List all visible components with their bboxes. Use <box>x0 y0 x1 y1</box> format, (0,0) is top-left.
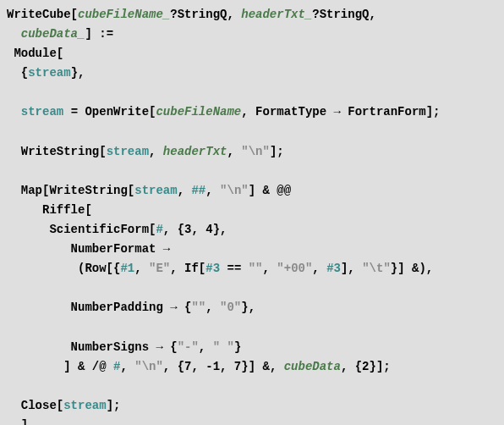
code-line-16: NumberPadding → {"", "0"}, <box>7 298 497 317</box>
string-literal: "-" <box>178 340 199 354</box>
code-line-11: Riffle[ <box>7 201 497 220</box>
token: ] & /@ <box>7 360 113 373</box>
token: }] &), <box>391 262 433 275</box>
token: ?StringQ, <box>170 8 241 21</box>
token: , {2}]; <box>341 360 391 373</box>
token: , <box>312 262 326 275</box>
token <box>7 27 21 41</box>
token: , <box>178 184 192 197</box>
code-line-9 <box>7 162 497 181</box>
token: = OpenWrite[ <box>63 105 156 119</box>
token: Map[WriteString[ <box>7 184 134 197</box>
code-line-21: Close[stream]; <box>7 396 497 416</box>
param-headerTxt: headerTxt <box>163 145 227 158</box>
string-literal: " " <box>213 340 234 354</box>
string-literal: "\n" <box>241 145 270 158</box>
code-line-18: NumberSigns → {"-", " "} <box>7 338 497 357</box>
slot: # <box>156 223 162 236</box>
code-line-22: ] <box>7 416 497 425</box>
param-headerTxt: headerTxt_ <box>241 8 312 21</box>
code-line-13: NumberFormat → <box>7 240 497 259</box>
param-cubeFileName: cubeFileName <box>156 105 241 119</box>
code-line-14: (Row[{#1, "E", If[#3 == "", "+00", #3], … <box>7 259 497 279</box>
var-stream: stream <box>63 399 106 412</box>
code-line-2: cubeData_] := <box>7 25 497 44</box>
token: }, <box>71 66 85 80</box>
var-stream: stream <box>21 105 63 119</box>
code-line-10: Map[WriteString[stream, ##, "\n"] & @@ <box>7 181 497 201</box>
token: , <box>134 262 149 275</box>
code-line-15 <box>7 279 497 298</box>
token <box>7 321 71 334</box>
var-stream: stream <box>107 145 149 158</box>
token: { <box>7 66 28 80</box>
code-line-19: ] & /@ #, "\n", {7, -1, 7}] &, cubeData,… <box>7 357 497 377</box>
token: WriteCube[ <box>7 8 78 21</box>
token: ?StringQ, <box>312 8 376 21</box>
token: WriteString[ <box>7 145 107 158</box>
token: , <box>263 262 277 275</box>
code-block: WriteCube[cubeFileName_?StringQ, headerT… <box>7 5 497 425</box>
token: == <box>220 262 249 275</box>
token: , FormatType → FortranForm]; <box>241 105 440 119</box>
param-cubeData: cubeData <box>284 360 341 373</box>
token: ] <box>7 418 28 425</box>
token: ] := <box>85 27 113 41</box>
token: }, <box>241 301 255 314</box>
code-line-6: stream = OpenWrite[cubeFileName, FormatT… <box>7 102 497 122</box>
code-line-3: Module[ <box>7 44 497 63</box>
string-literal: "E" <box>149 262 170 275</box>
token: NumberFormat → <box>7 242 170 256</box>
token: , <box>120 360 134 373</box>
code-line-8: WriteString[stream, headerTxt, "\n"]; <box>7 142 497 162</box>
token: , {7, -1, 7}] &, <box>163 360 284 373</box>
code-line-4: {stream}, <box>7 63 497 83</box>
token: Close[ <box>7 399 63 412</box>
token: , <box>199 340 213 354</box>
token: NumberPadding → { <box>7 301 191 314</box>
string-literal: "\n" <box>220 184 249 197</box>
string-literal: "" <box>249 262 263 275</box>
code-line-1: WriteCube[cubeFileName_?StringQ, headerT… <box>7 5 497 25</box>
token: ]; <box>107 399 121 412</box>
slot: #3 <box>205 262 220 275</box>
token: , {3, 4}, <box>163 223 227 236</box>
slot: ## <box>191 184 205 197</box>
code-line-7 <box>7 123 497 142</box>
string-literal: "+00" <box>277 262 312 275</box>
code-line-17 <box>7 318 497 338</box>
code-line-20 <box>7 377 497 396</box>
string-literal: "" <box>191 301 205 314</box>
token: , <box>205 184 220 197</box>
token: , If[ <box>170 262 205 275</box>
token: ]; <box>270 145 284 158</box>
token: Riffle[ <box>7 203 92 217</box>
slot: #1 <box>120 262 134 275</box>
code-line-12: ScientificForm[#, {3, 4}, <box>7 220 497 240</box>
string-literal: "\t" <box>362 262 391 275</box>
token: (Row[{ <box>7 262 120 275</box>
token: ScientificForm[ <box>7 223 156 236</box>
var-stream: stream <box>28 66 70 80</box>
token <box>7 281 71 295</box>
param-cubeData: cubeData_ <box>21 27 85 41</box>
var-stream: stream <box>134 184 177 197</box>
code-line-5 <box>7 83 497 102</box>
token <box>7 164 21 178</box>
string-literal: "0" <box>220 301 241 314</box>
slot: #3 <box>326 262 341 275</box>
token: ], <box>341 262 362 275</box>
token: ] & @@ <box>249 184 291 197</box>
param-cubeFileName: cubeFileName_ <box>78 8 170 21</box>
token: NumberSigns → { <box>7 340 178 354</box>
token: , <box>227 145 241 158</box>
token <box>7 86 21 99</box>
token <box>7 125 21 139</box>
token: , <box>149 145 163 158</box>
token: , <box>205 301 220 314</box>
token: } <box>234 340 241 354</box>
string-literal: "\n" <box>134 360 163 373</box>
token: Module[ <box>7 47 63 60</box>
token <box>7 379 21 393</box>
token <box>7 105 21 119</box>
